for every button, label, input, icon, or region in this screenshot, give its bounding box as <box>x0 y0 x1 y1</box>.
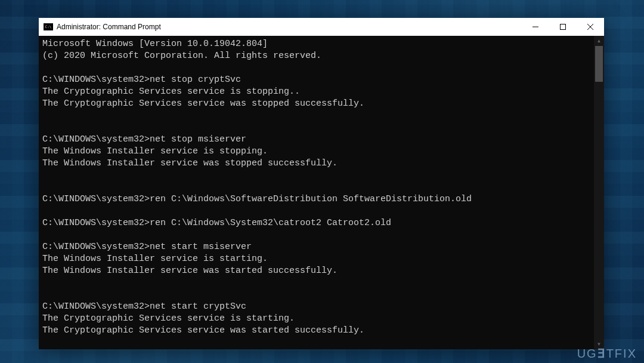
terminal-line <box>42 62 594 74</box>
terminal-line <box>42 289 594 301</box>
terminal-line: The Windows Installer service was starte… <box>42 265 594 277</box>
terminal-line: C:\WINDOWS\system32>ren C:\Windows\Softw… <box>42 193 594 205</box>
terminal-line: The Windows Installer service was stoppe… <box>42 158 594 170</box>
terminal-line <box>42 170 594 182</box>
terminal-line: The Cryptographic Services service was s… <box>42 98 594 110</box>
terminal-line: The Cryptographic Services service was s… <box>42 325 594 337</box>
terminal-line <box>42 229 594 241</box>
svg-rect-1 <box>561 24 566 30</box>
terminal-line: C:\WINDOWS\system32>net stop cryptSvc <box>42 74 594 86</box>
terminal-line: The Cryptographic Services service is st… <box>42 313 594 325</box>
terminal-line: C:\WINDOWS\system32>net stop msiserver <box>42 134 594 146</box>
terminal-line <box>42 122 594 134</box>
scroll-up-arrow-icon[interactable]: ▲ <box>594 36 604 46</box>
close-button[interactable] <box>577 18 604 36</box>
window-title: Administrator: Command Prompt <box>57 23 522 31</box>
command-prompt-window: Administrator: Command Prompt Microsoft … <box>39 18 604 349</box>
terminal-line <box>42 182 594 193</box>
scrollbar[interactable]: ▲ ▼ <box>594 36 604 349</box>
terminal-line <box>42 110 594 122</box>
terminal-line: C:\WINDOWS\system32>net start msiserver <box>42 241 594 253</box>
scroll-thumb[interactable] <box>595 46 603 82</box>
cmd-icon <box>44 23 53 30</box>
terminal-output: Microsoft Windows [Version 10.0.19042.80… <box>39 36 594 349</box>
terminal-line: (c) 2020 Microsoft Corporation. All righ… <box>42 50 594 62</box>
terminal-line: C:\WINDOWS\system32>net start cryptSvc <box>42 301 594 313</box>
watermark: UGƎTFIX <box>577 346 637 361</box>
terminal-line <box>42 205 594 217</box>
titlebar[interactable]: Administrator: Command Prompt <box>39 18 604 36</box>
minimize-button[interactable] <box>522 18 549 36</box>
terminal-line: The Windows Installer service is stoppin… <box>42 146 594 158</box>
terminal-line <box>42 277 594 289</box>
terminal-line: The Cryptographic Services service is st… <box>42 86 594 98</box>
terminal-line: C:\WINDOWS\system32>ren C:\Windows\Syste… <box>42 217 594 229</box>
terminal-line: The Windows Installer service is startin… <box>42 253 594 265</box>
maximize-button[interactable] <box>549 18 577 36</box>
terminal-line: Microsoft Windows [Version 10.0.19042.80… <box>42 38 594 50</box>
terminal-body[interactable]: Microsoft Windows [Version 10.0.19042.80… <box>39 36 604 349</box>
